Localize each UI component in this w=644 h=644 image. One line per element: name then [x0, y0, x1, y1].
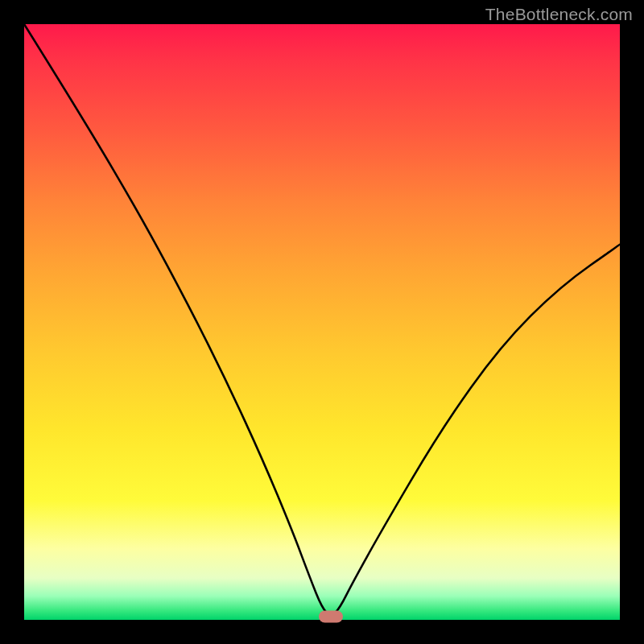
optimal-point-marker	[319, 611, 343, 623]
bottleneck-curve	[24, 24, 620, 620]
plot-area	[24, 24, 620, 620]
chart-frame: TheBottleneck.com	[0, 0, 644, 644]
watermark-text: TheBottleneck.com	[485, 5, 633, 24]
